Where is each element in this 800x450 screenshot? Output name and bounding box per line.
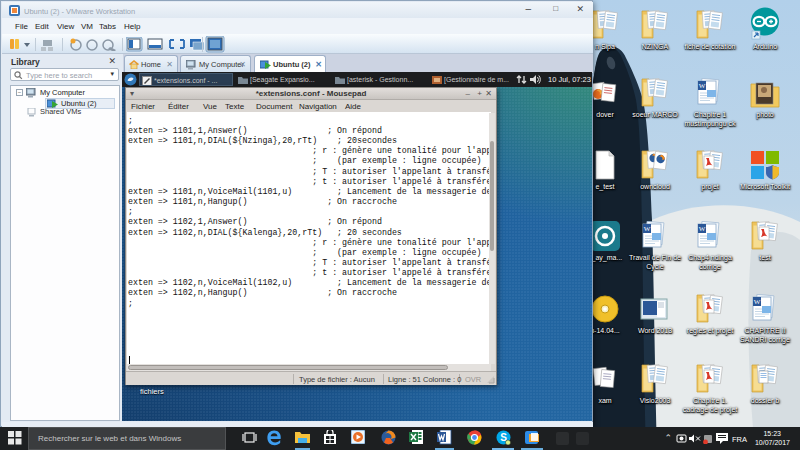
svg-text:W: W <box>754 298 761 306</box>
svg-text:W: W <box>699 82 706 90</box>
svg-text:W: W <box>699 225 706 233</box>
svg-text:W: W <box>644 225 651 233</box>
